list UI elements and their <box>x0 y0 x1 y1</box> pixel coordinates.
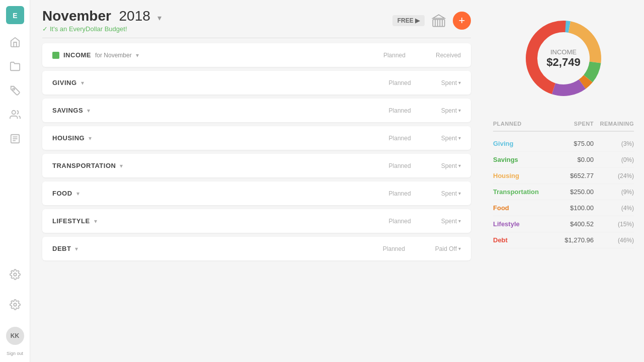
section-spent-5[interactable]: Spent ▾ <box>441 218 461 225</box>
summary-row-amount-0: $75.00 <box>543 140 594 147</box>
every-dollar-msg: ✓ It's an EveryDollar Budget! <box>42 25 162 33</box>
income-title-group: INCOME for November ▾ <box>52 51 139 59</box>
section-spent-0[interactable]: Spent ▾ <box>441 79 461 86</box>
section-chevron-6[interactable]: ▾ <box>75 245 78 252</box>
section-name-0: GIVING <box>52 79 77 86</box>
summary-row-name-6[interactable]: Debt <box>493 236 543 244</box>
checkmark-icon: ✓ <box>42 25 48 33</box>
header-right: FREE ▶ + <box>392 12 471 30</box>
section-planned-5: Planned <box>389 218 411 225</box>
section-cols-5: Planned Spent ▾ <box>389 218 461 225</box>
section-header-4: FOOD ▾ Planned Spent ▾ <box>52 190 461 197</box>
year-label: 2018 <box>119 8 150 24</box>
summary-row: Savings $0.00 (0%) <box>493 152 634 168</box>
section-spent-4[interactable]: Spent ▾ <box>441 190 461 197</box>
avatar[interactable]: KK <box>6 327 24 345</box>
section-name-5: LIFESTYLE <box>52 217 90 225</box>
sidebar-item-tag[interactable] <box>7 82 23 99</box>
summary-table: PLANNED SPENT REMAINING Giving $75.00 (3… <box>493 121 634 248</box>
header-divider <box>42 38 471 38</box>
summary-row-name-0[interactable]: Giving <box>493 140 543 147</box>
section-spent-1[interactable]: Spent ▾ <box>441 107 461 114</box>
summary-row-name-1[interactable]: Savings <box>493 156 543 163</box>
section-debt: DEBT ▾ Planned Paid Off ▾ <box>42 237 471 260</box>
app-logo[interactable]: E <box>6 6 24 24</box>
summary-row: Housing $652.77 (24%) <box>493 168 634 184</box>
summary-col-remaining: REMAINING <box>594 121 634 127</box>
section-title-group-5: LIFESTYLE ▾ <box>52 217 97 225</box>
sidebar: E KK Sign out <box>0 0 30 362</box>
section-name-1: SAVINGS <box>52 107 83 114</box>
summary-row-name-3[interactable]: Transportation <box>493 188 543 196</box>
page-header: November 2018 ▾ ✓ It's an EveryDollar Bu… <box>42 8 471 33</box>
sidebar-item-home[interactable] <box>7 34 23 50</box>
summary-row: Debt $1,270.96 (46%) <box>493 232 634 248</box>
section-planned-2: Planned <box>389 135 411 142</box>
summary-row: Giving $75.00 (3%) <box>493 136 634 152</box>
income-sub-label: for November <box>95 52 132 59</box>
summary-row-amount-1: $0.00 <box>543 156 594 163</box>
donut-chart-container: INCOME $2,749 <box>493 8 634 109</box>
income-indicator <box>52 52 59 59</box>
month-label: November <box>42 8 111 24</box>
sidebar-item-preferences[interactable] <box>7 297 23 313</box>
sign-out-link[interactable]: Sign out <box>7 351 23 356</box>
income-chevron[interactable]: ▾ <box>136 52 139 59</box>
section-header-0: GIVING ▾ Planned Spent ▾ <box>52 79 461 86</box>
section-cols-0: Planned Spent ▾ <box>389 79 461 86</box>
section-header-3: TRANSPORTATION ▾ Planned Spent ▾ <box>52 162 461 169</box>
summary-row-pct-6: (46%) <box>594 237 634 244</box>
budget-sections: GIVING ▾ Planned Spent ▾ SAVINGS ▾ Plann… <box>42 71 471 260</box>
section-header-5: LIFESTYLE ▾ Planned Spent ▾ <box>52 217 461 225</box>
section-chevron-1[interactable]: ▾ <box>87 107 90 114</box>
summary-row-name-4[interactable]: Food <box>493 204 543 212</box>
summary-rows: Giving $75.00 (3%) Savings $0.00 (0%) Ho… <box>493 136 634 248</box>
section-spent-6[interactable]: Paid Off ▾ <box>435 245 461 252</box>
section-planned-0: Planned <box>389 79 411 86</box>
sidebar-item-folders[interactable] <box>7 58 23 74</box>
summary-row-pct-3: (9%) <box>594 189 634 196</box>
section-header-6: DEBT ▾ Planned Paid Off ▾ <box>52 245 461 252</box>
summary-row: Lifestyle $400.52 (15%) <box>493 216 634 232</box>
donut-title: INCOME <box>546 48 580 56</box>
section-name-6: DEBT <box>52 245 71 252</box>
summary-row-amount-5: $400.52 <box>543 220 594 228</box>
summary-row-pct-0: (3%) <box>594 140 634 147</box>
sidebar-item-users[interactable] <box>7 107 23 123</box>
summary-col-spent: SPENT <box>543 121 594 127</box>
sidebar-item-settings[interactable] <box>7 266 23 283</box>
section-cols-1: Planned Spent ▾ <box>389 107 461 114</box>
summary-row-pct-2: (24%) <box>594 172 634 179</box>
sidebar-item-document[interactable] <box>7 131 23 147</box>
section-cols-3: Planned Spent ▾ <box>389 162 461 169</box>
section-chevron-4[interactable]: ▾ <box>76 190 79 197</box>
summary-row-amount-3: $250.00 <box>543 188 594 196</box>
section-chevron-2[interactable]: ▾ <box>89 135 92 142</box>
bank-icon-button[interactable] <box>431 13 447 29</box>
income-received-col: Received <box>436 52 461 59</box>
section-spent-3[interactable]: Spent ▾ <box>441 162 461 169</box>
section-title-group-2: HOUSING ▾ <box>52 134 92 142</box>
income-section: INCOME for November ▾ Planned Received <box>42 43 471 67</box>
section-cols-2: Planned Spent ▾ <box>389 135 461 142</box>
income-label: INCOME <box>63 51 91 59</box>
section-header-1: SAVINGS ▾ Planned Spent ▾ <box>52 107 461 114</box>
right-panel: INCOME $2,749 PLANNED SPENT REMAINING Gi… <box>483 0 644 362</box>
section-chevron-0[interactable]: ▾ <box>81 79 84 86</box>
section-cols-6: Planned Paid Off ▾ <box>383 245 461 252</box>
section-transportation: TRANSPORTATION ▾ Planned Spent ▾ <box>42 154 471 177</box>
section-lifestyle: LIFESTYLE ▾ Planned Spent ▾ <box>42 209 471 233</box>
section-title-group-4: FOOD ▾ <box>52 190 79 197</box>
add-button[interactable]: + <box>453 12 471 30</box>
section-chevron-5[interactable]: ▾ <box>94 218 97 225</box>
section-food: FOOD ▾ Planned Spent ▾ <box>42 182 471 205</box>
month-dropdown-arrow[interactable]: ▾ <box>157 14 162 22</box>
section-title-group-3: TRANSPORTATION ▾ <box>52 162 123 169</box>
section-chevron-3[interactable]: ▾ <box>120 162 123 169</box>
summary-row-name-2[interactable]: Housing <box>493 172 543 179</box>
svg-point-3 <box>12 111 15 114</box>
free-badge-button[interactable]: FREE ▶ <box>392 15 425 26</box>
section-spent-2[interactable]: Spent ▾ <box>441 135 461 142</box>
summary-row-amount-4: $100.00 <box>543 204 594 212</box>
summary-row-name-5[interactable]: Lifestyle <box>493 220 543 228</box>
